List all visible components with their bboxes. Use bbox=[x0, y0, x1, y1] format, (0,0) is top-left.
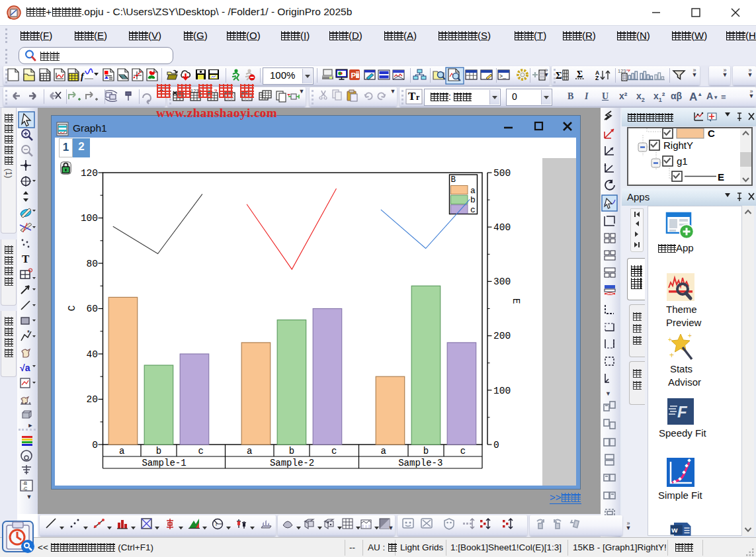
svg-text:-B: -B bbox=[22, 481, 27, 486]
svg-text:>_: >_ bbox=[499, 73, 507, 80]
svg-text:f: f bbox=[81, 71, 85, 81]
svg-text:*: * bbox=[27, 329, 30, 337]
svg-text:+: + bbox=[688, 333, 692, 339]
svg-text:T: T bbox=[22, 253, 30, 265]
svg-text:C: C bbox=[708, 128, 715, 139]
svg-text:√a: √a bbox=[20, 363, 30, 373]
svg-text:E: E bbox=[718, 171, 724, 183]
svg-text:P: P bbox=[351, 71, 357, 79]
svg-text:w: w bbox=[671, 525, 678, 535]
svg-text:+: + bbox=[668, 336, 672, 343]
svg-text:Σ: Σ bbox=[577, 69, 583, 79]
svg-text:RightY: RightY bbox=[663, 140, 693, 151]
svg-text:Σ: Σ bbox=[556, 70, 562, 81]
svg-text:F: F bbox=[677, 403, 688, 421]
svg-text:-C: -C bbox=[22, 486, 27, 491]
svg-text:T: T bbox=[408, 90, 416, 103]
svg-text:+: + bbox=[669, 351, 674, 360]
svg-text:r: r bbox=[416, 93, 420, 102]
svg-text:▼: ▼ bbox=[605, 390, 611, 397]
svg-text:g1: g1 bbox=[677, 155, 688, 167]
